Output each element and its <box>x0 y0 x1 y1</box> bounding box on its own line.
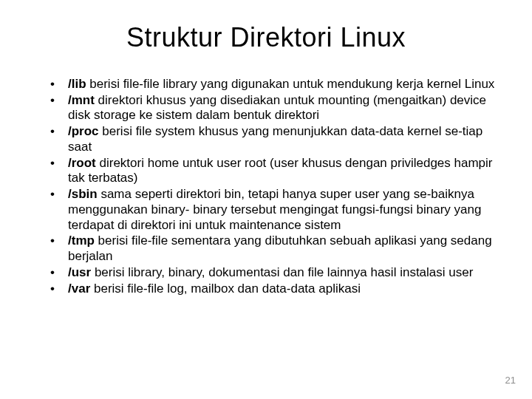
bullet-bold: /sbin <box>68 187 98 201</box>
bullet-list: /lib berisi file-file library yang digun… <box>35 77 497 296</box>
page-number: 21 <box>505 375 516 386</box>
bullet-text: berisi library, binary, dokumentasi dan … <box>91 265 473 279</box>
bullet-text: berisi file-file sementara yang dibutuhk… <box>68 233 492 263</box>
list-item: /proc berisi file system khusus yang men… <box>50 124 497 154</box>
list-item: /tmp berisi file-file sementara yang dib… <box>50 233 497 264</box>
bullet-text: direktori khusus yang disediakan untuk m… <box>68 93 486 123</box>
bullet-bold: /tmp <box>68 233 95 248</box>
bullet-bold: /lib <box>68 77 86 91</box>
slide-title: Struktur Direktori Linux <box>35 22 497 53</box>
list-item: /usr berisi library, binary, dokumentasi… <box>50 265 497 281</box>
bullet-bold: /mnt <box>68 93 95 107</box>
list-item: /root direktori home untuk user root (us… <box>50 156 497 186</box>
bullet-text: sama seperti direktori bin, tetapi hanya… <box>68 187 481 231</box>
list-item: /sbin sama seperti direktori bin, tetapi… <box>50 187 497 233</box>
list-item: /var berisi file-file log, mailbox dan d… <box>50 282 497 297</box>
bullet-text: berisi file system khusus yang menunjukk… <box>68 124 482 154</box>
bullet-text: berisi file-file log, mailbox dan data-d… <box>90 282 361 296</box>
bullet-bold: /proc <box>68 124 99 138</box>
list-item: /lib berisi file-file library yang digun… <box>50 77 497 92</box>
list-item: /mnt direktori khusus yang disediakan un… <box>50 93 497 123</box>
bullet-text: direktori home untuk user root (user khu… <box>68 156 493 185</box>
bullet-text: berisi file-file library yang digunakan … <box>86 77 495 91</box>
bullet-bold: /root <box>68 156 96 170</box>
bullet-bold: /var <box>68 282 90 296</box>
bullet-bold: /usr <box>68 265 91 279</box>
